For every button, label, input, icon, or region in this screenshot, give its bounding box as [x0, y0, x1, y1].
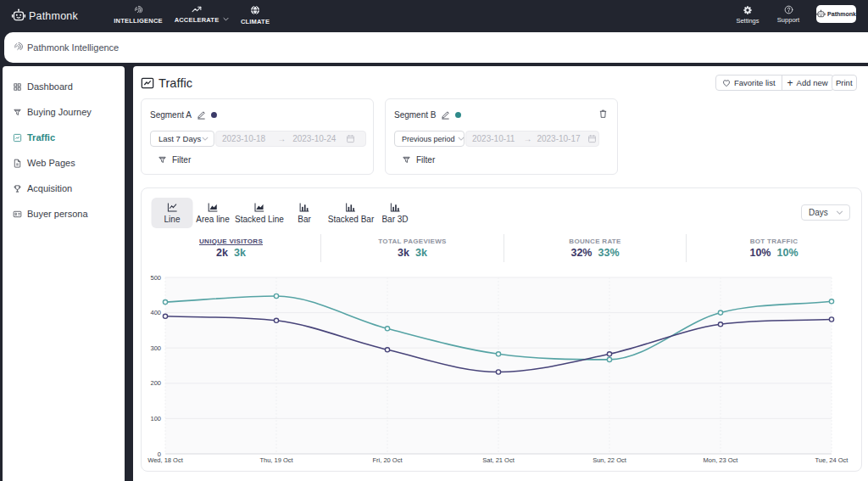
svg-text:400: 400	[150, 309, 161, 316]
svg-text:Sun, 22 Oct: Sun, 22 Oct	[593, 456, 627, 464]
svg-text:Fri, 20 Oct: Fri, 20 Oct	[372, 456, 403, 464]
svg-text:Wed, 18 Oct: Wed, 18 Oct	[147, 456, 183, 464]
svg-text:Sat, 21 Oct: Sat, 21 Oct	[482, 456, 515, 464]
svg-text:Mon, 23 Oct: Mon, 23 Oct	[704, 456, 739, 464]
svg-text:300: 300	[150, 344, 161, 352]
svg-text:200: 200	[150, 379, 161, 387]
svg-text:Thu, 19 Oct: Thu, 19 Oct	[259, 456, 293, 464]
svg-text:Tue, 24 Oct: Tue, 24 Oct	[815, 456, 849, 464]
svg-text:500: 500	[150, 274, 161, 282]
svg-text:100: 100	[150, 415, 161, 422]
